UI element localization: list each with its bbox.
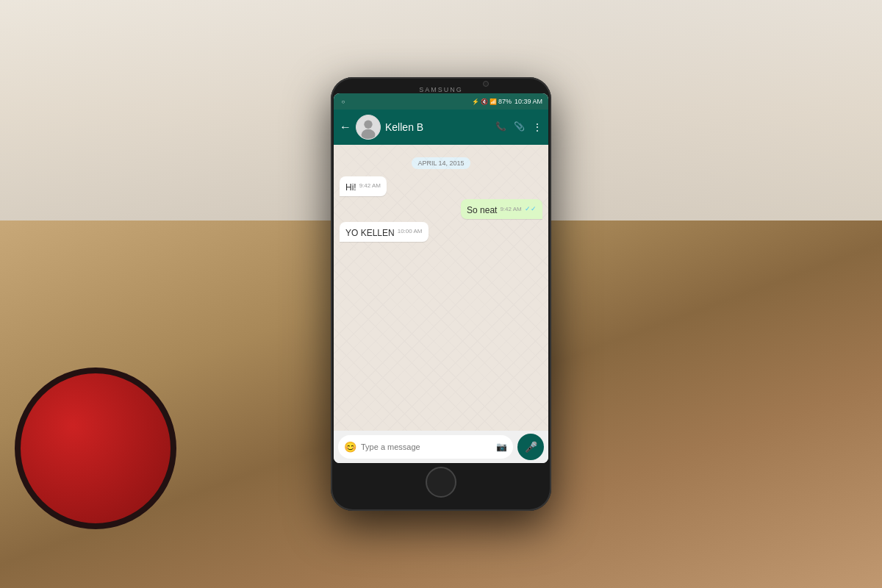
phone-screen: ○ ⚡ 🔇 📶 87% 10:39 AM ← [334, 93, 548, 463]
battery-percent: 87% [498, 98, 512, 105]
contact-name[interactable]: Kellen B [385, 121, 491, 133]
input-bar: 😊 📷 🎤 [334, 431, 548, 463]
power-button[interactable] [551, 180, 551, 217]
status-right-info: ⚡ 🔇 📶 87% 10:39 AM [472, 98, 542, 105]
bixby-button[interactable] [331, 235, 331, 272]
message-received-1: Hi! 9:42 AM [340, 176, 387, 196]
svg-point-1 [364, 121, 372, 129]
message-text-1: Hi! [345, 182, 356, 193]
bubble-received-1: Hi! 9:42 AM [340, 176, 387, 196]
signal-icon: 📶 [490, 98, 497, 105]
back-button[interactable]: ← [340, 121, 351, 134]
mic-icon: 🎤 [525, 441, 537, 453]
phone-wrapper: SAMSUNG ○ ⚡ 🔇 📶 87% 10:39 AM [331, 77, 551, 511]
message-sent-2: So neat 9:42 AM ✓✓ [461, 199, 542, 219]
bubble-sent-2: So neat 9:42 AM ✓✓ [461, 199, 542, 219]
date-separator: APRIL 14, 2015 [340, 155, 542, 169]
message-input-field[interactable]: 😊 📷 [338, 435, 513, 459]
phone-call-icon[interactable]: 📞 [495, 121, 506, 133]
message-time-2: 9:42 AM ✓✓ [500, 205, 537, 212]
message-received-3: YO KELLEN 10:00 AM [340, 222, 429, 242]
attach-icon[interactable]: 📎 [514, 121, 525, 133]
message-input[interactable] [361, 442, 492, 451]
contact-avatar[interactable] [356, 115, 381, 140]
date-badge: APRIL 14, 2015 [412, 157, 470, 169]
volume-down-button[interactable] [331, 191, 331, 228]
volume-up-button[interactable] [331, 158, 331, 180]
message-text-3: YO KELLEN [345, 228, 395, 238]
message-time-3: 10:00 AM [398, 228, 423, 234]
status-left-icons: ○ [340, 98, 347, 105]
camera-attach-icon[interactable]: 📷 [496, 442, 507, 452]
read-checkmarks: ✓✓ [525, 205, 537, 212]
front-camera [483, 81, 489, 87]
chat-body: APRIL 14, 2015 Hi! 9:42 AM So neat 9:42 … [334, 145, 548, 431]
samsung-brand: SAMSUNG [419, 86, 463, 93]
message-time-1: 9:42 AM [359, 182, 381, 189]
bluetooth-icon: ⚡ [472, 98, 479, 105]
emoji-picker-icon[interactable]: 😊 [344, 441, 356, 453]
clock: 10:39 AM [514, 98, 542, 105]
mute-icon: 🔇 [481, 98, 488, 105]
bubble-received-3: YO KELLEN 10:00 AM [340, 222, 429, 242]
home-button[interactable] [426, 467, 456, 498]
phone-device: SAMSUNG ○ ⚡ 🔇 📶 87% 10:39 AM [331, 77, 551, 511]
message-status-icon: ○ [340, 98, 347, 105]
header-action-icons: 📞 📎 ⋮ [495, 121, 542, 133]
status-bar: ○ ⚡ 🔇 📶 87% 10:39 AM [334, 93, 548, 110]
message-text-2: So neat [467, 205, 497, 215]
chat-header: ← Kellen B 📞 📎 ⋮ [334, 110, 548, 145]
more-options-icon[interactable]: ⋮ [532, 121, 542, 133]
basketball [15, 368, 176, 529]
mic-button[interactable]: 🎤 [517, 434, 544, 460]
